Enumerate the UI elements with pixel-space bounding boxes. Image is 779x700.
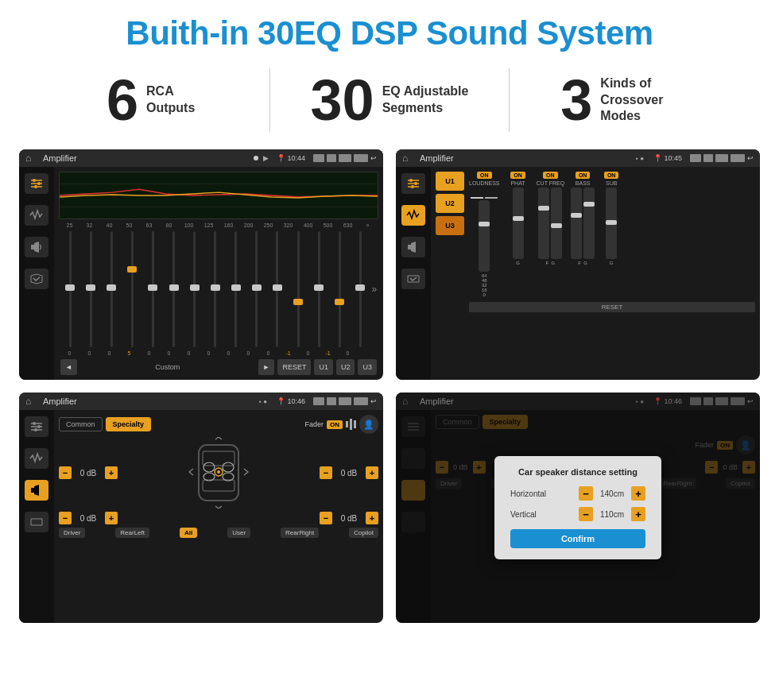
fader-sidebar-btn-3[interactable] bbox=[25, 480, 48, 501]
preset-u3[interactable]: U3 bbox=[436, 216, 464, 235]
eq-slider-9[interactable] bbox=[247, 231, 266, 347]
eq-prev-btn[interactable]: ◄ bbox=[60, 359, 77, 375]
eq-slider-12[interactable] bbox=[309, 231, 328, 347]
sub-slider[interactable] bbox=[606, 188, 617, 259]
dialog-row-horizontal: Horizontal − 140cm + bbox=[510, 486, 645, 501]
eq-sidebar-btn-4[interactable] bbox=[25, 269, 48, 289]
svg-point-4 bbox=[37, 182, 41, 185]
eq-wave-icon bbox=[29, 209, 44, 222]
eq-sidebar-btn-1[interactable] bbox=[25, 173, 48, 194]
fader-sidebar-btn-2[interactable] bbox=[25, 448, 48, 469]
btn-rearright[interactable]: RearRight bbox=[281, 528, 319, 538]
dialog-overlay: Car speaker distance setting Horizontal … bbox=[396, 393, 760, 623]
crossover-sidebar-btn-1[interactable] bbox=[401, 173, 425, 194]
eq-reset-btn[interactable]: RESET bbox=[277, 359, 311, 375]
vertical-plus-btn[interactable]: + bbox=[631, 507, 645, 521]
stat-divider-2 bbox=[509, 68, 510, 132]
cutfreq-slider-2[interactable] bbox=[551, 188, 562, 259]
fader-bottom-row: Driver RearLeft All User RearRight Copil… bbox=[59, 528, 378, 538]
fader-tab-common[interactable]: Common bbox=[59, 417, 103, 431]
freq-50: 50 bbox=[120, 222, 138, 228]
vol1-minus[interactable]: − bbox=[59, 466, 72, 479]
svg-point-34 bbox=[203, 462, 215, 472]
crossover-screen-content: U1 U2 U3 ON LOUDNESS bbox=[396, 167, 760, 380]
preset-u2[interactable]: U2 bbox=[436, 194, 464, 213]
eq-slider-14[interactable] bbox=[351, 231, 370, 347]
phat-slider[interactable] bbox=[513, 188, 524, 259]
preset-u1[interactable]: U1 bbox=[436, 172, 464, 191]
eq-track-5 bbox=[172, 231, 175, 347]
eq-slider-7[interactable] bbox=[206, 231, 225, 347]
eq-play-icon: ▶ bbox=[263, 154, 269, 162]
fader-tab-specialty[interactable]: Specialty bbox=[106, 417, 152, 431]
crossover-sidebar-btn-2[interactable] bbox=[401, 205, 425, 226]
eq-next-btn[interactable]: ► bbox=[258, 359, 275, 375]
btn-copilot[interactable]: Copilot bbox=[349, 528, 378, 538]
eq-more-btn[interactable]: » bbox=[371, 284, 377, 295]
eq-u3-btn[interactable]: U3 bbox=[358, 359, 377, 375]
eq-slider-13[interactable] bbox=[330, 231, 349, 347]
vol4-plus[interactable]: + bbox=[366, 512, 378, 524]
eq-graph-svg bbox=[60, 172, 378, 219]
btn-driver[interactable]: Driver bbox=[59, 528, 85, 538]
eq-slider-3[interactable] bbox=[122, 231, 141, 347]
eq-thumb-1 bbox=[86, 284, 95, 291]
freq-40: 40 bbox=[100, 222, 118, 228]
crossover-sidebar-btn-4[interactable] bbox=[401, 269, 425, 289]
sub-on[interactable]: ON bbox=[604, 172, 619, 179]
bass-on[interactable]: ON bbox=[576, 172, 591, 179]
eq-slider-4[interactable] bbox=[143, 231, 162, 347]
eq-slider-0[interactable] bbox=[60, 231, 79, 347]
phat-on[interactable]: ON bbox=[510, 172, 525, 179]
eq-slider-8[interactable] bbox=[227, 231, 246, 347]
bass-slider-1[interactable] bbox=[571, 188, 582, 259]
eq-thumb-12 bbox=[314, 284, 324, 291]
freq-more: » bbox=[358, 222, 377, 228]
fader-sidebar-btn-4[interactable] bbox=[25, 512, 48, 532]
crossover-presets: U1 U2 U3 bbox=[436, 172, 464, 375]
bass-slider-2[interactable] bbox=[583, 188, 595, 259]
confirm-button[interactable]: Confirm bbox=[510, 529, 645, 548]
eq-slider-11[interactable] bbox=[289, 231, 308, 347]
loudness-slider[interactable] bbox=[479, 200, 490, 272]
ctrl-phat: ON PHAT G bbox=[506, 172, 530, 265]
eq-thumb-3 bbox=[127, 266, 137, 273]
vol4-minus[interactable]: − bbox=[320, 512, 332, 524]
cutfreq-slider-1[interactable] bbox=[538, 188, 549, 259]
vol1-plus[interactable]: + bbox=[105, 466, 118, 479]
btn-user[interactable]: User bbox=[227, 528, 250, 538]
svg-point-27 bbox=[34, 428, 37, 431]
svg-marker-29 bbox=[34, 485, 39, 496]
eq-u1-btn[interactable]: U1 bbox=[314, 359, 333, 375]
btn-rearleft[interactable]: RearLeft bbox=[115, 528, 149, 538]
horizontal-minus-btn[interactable]: − bbox=[579, 486, 593, 501]
vol2-plus[interactable]: + bbox=[366, 466, 378, 479]
f-icon-3 bbox=[339, 397, 351, 405]
eq-thumb-13 bbox=[335, 299, 344, 305]
loudness-on[interactable]: ON bbox=[477, 172, 492, 179]
vol2-minus[interactable]: − bbox=[320, 466, 332, 479]
fader-sidebar-btn-1[interactable] bbox=[25, 416, 48, 437]
eq-slider-6[interactable] bbox=[185, 231, 204, 347]
vol3-minus[interactable]: − bbox=[59, 512, 72, 524]
crossover-reset-btn[interactable]: RESET bbox=[469, 302, 755, 312]
cutfreq-on[interactable]: ON bbox=[543, 172, 558, 179]
btn-all[interactable]: All bbox=[180, 528, 197, 538]
crossover-sidebar-btn-3[interactable] bbox=[401, 237, 425, 257]
vertical-minus-btn[interactable]: − bbox=[579, 507, 593, 521]
eq-sidebar-btn-2[interactable] bbox=[25, 205, 48, 226]
fader-profile-icon[interactable]: 👤 bbox=[359, 415, 378, 434]
vol3-plus[interactable]: + bbox=[105, 512, 118, 524]
eq-slider-2[interactable] bbox=[102, 231, 121, 347]
eq-slider-5[interactable] bbox=[164, 231, 183, 347]
fader-vol-row-2: − 0 dB + − 0 dB + bbox=[59, 512, 378, 524]
eq-sidebar-btn-3[interactable] bbox=[25, 237, 48, 257]
eq-status-dot bbox=[254, 156, 258, 160]
horizontal-plus-btn[interactable]: + bbox=[631, 486, 645, 501]
eq-u2-btn[interactable]: U2 bbox=[336, 359, 355, 375]
svg-point-17 bbox=[414, 182, 417, 185]
eq-slider-1[interactable] bbox=[81, 231, 100, 347]
eq-slider-10[interactable] bbox=[268, 231, 287, 347]
ctrl-cutfreq: ON CUT FREQ F G bbox=[537, 172, 565, 265]
eq-track-1 bbox=[90, 231, 92, 347]
